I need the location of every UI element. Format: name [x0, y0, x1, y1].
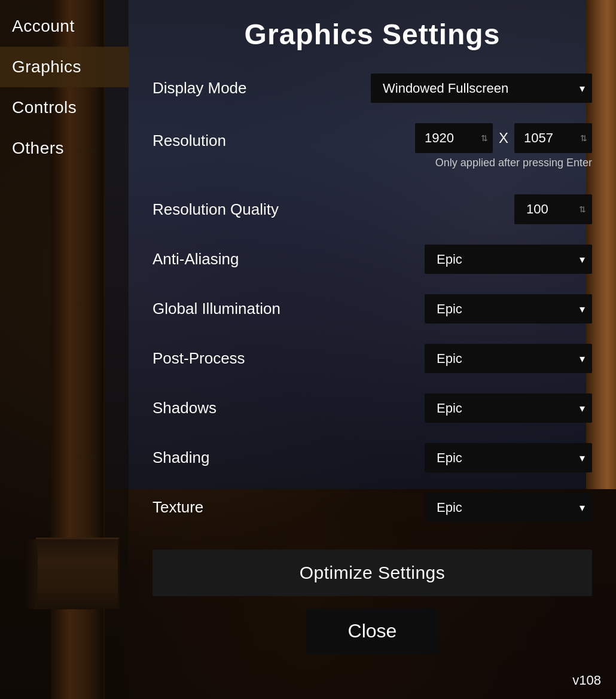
shadows-label: Shadows	[153, 399, 425, 417]
resolution-row: Resolution X Only applied after pressing…	[153, 118, 592, 179]
shading-row: Shading Epic High Medium Low	[153, 438, 592, 477]
version-label: v108	[572, 673, 601, 688]
shadows-row: Shadows Epic High Medium Low	[153, 389, 592, 428]
resolution-height-wrapper	[514, 123, 592, 153]
sidebar-item-graphics[interactable]: Graphics	[0, 47, 129, 87]
sidebar-item-controls[interactable]: Controls	[0, 87, 129, 128]
display-mode-row: Display Mode Windowed Fullscreen Fullscr…	[153, 69, 592, 108]
resolution-quality-control	[514, 194, 592, 224]
resolution-width-wrapper	[415, 123, 493, 153]
resolution-quality-input[interactable]	[514, 194, 592, 224]
display-mode-control: Windowed Fullscreen Fullscreen Windowed	[371, 74, 592, 103]
texture-label: Texture	[153, 498, 425, 517]
resolution-group: X	[415, 123, 592, 153]
resolution-label: Resolution	[153, 132, 415, 150]
texture-row: Texture Epic High Medium Low	[153, 488, 592, 527]
post-process-row: Post-Process Epic High Medium Low	[153, 339, 592, 378]
resolution-quality-row: Resolution Quality	[153, 190, 592, 229]
resolution-quality-label: Resolution Quality	[153, 200, 514, 219]
shading-label: Shading	[153, 448, 425, 467]
post-process-select[interactable]: Epic High Medium Low	[425, 344, 592, 373]
display-mode-select[interactable]: Windowed Fullscreen Fullscreen Windowed	[371, 74, 592, 103]
post-process-control: Epic High Medium Low	[425, 344, 592, 373]
sidebar: Account Graphics Controls Others	[0, 0, 129, 699]
display-mode-label: Display Mode	[153, 79, 371, 97]
anti-aliasing-control: Epic High Medium Low	[425, 245, 592, 274]
sidebar-item-others[interactable]: Others	[0, 128, 129, 169]
texture-control: Epic High Medium Low	[425, 493, 592, 522]
resolution-separator: X	[499, 130, 508, 146]
sidebar-item-account[interactable]: Account	[0, 6, 129, 47]
anti-aliasing-label: Anti-Aliasing	[153, 250, 425, 268]
shading-control: Epic High Medium Low	[425, 443, 592, 472]
anti-aliasing-row: Anti-Aliasing Epic High Medium Low	[153, 240, 592, 279]
resolution-control: X Only applied after pressing Enter	[415, 123, 592, 174]
global-illumination-control: Epic High Medium Low	[425, 294, 592, 323]
shadows-select[interactable]: Epic High Medium Low	[425, 393, 592, 423]
shadows-control: Epic High Medium Low	[425, 393, 592, 423]
global-illumination-select[interactable]: Epic High Medium Low	[425, 294, 592, 323]
page-title: Graphics Settings	[245, 18, 501, 51]
shading-select[interactable]: Epic High Medium Low	[425, 443, 592, 472]
global-illumination-row: Global Illumination Epic High Medium Low	[153, 289, 592, 328]
optimize-settings-button[interactable]: Optimize Settings	[153, 550, 592, 596]
settings-container: Display Mode Windowed Fullscreen Fullscr…	[153, 69, 592, 666]
post-process-label: Post-Process	[153, 349, 425, 368]
anti-aliasing-select[interactable]: Epic High Medium Low	[425, 245, 592, 274]
resolution-width-input[interactable]	[415, 123, 493, 153]
main-content: Graphics Settings Display Mode Windowed …	[129, 0, 616, 699]
resolution-height-input[interactable]	[514, 123, 592, 153]
global-illumination-label: Global Illumination	[153, 300, 425, 318]
texture-select[interactable]: Epic High Medium Low	[425, 493, 592, 522]
close-button[interactable]: Close	[306, 608, 439, 654]
resolution-note: Only applied after pressing Enter	[435, 157, 592, 169]
